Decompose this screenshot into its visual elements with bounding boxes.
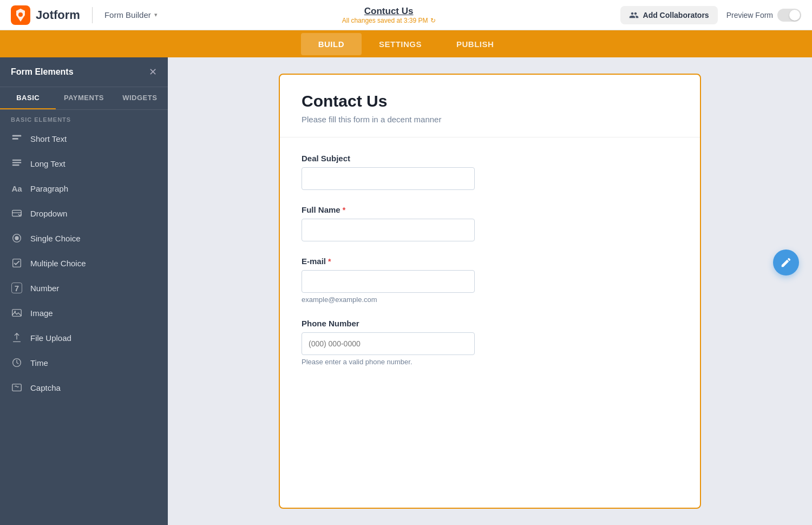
- form-builder-button[interactable]: Form Builder ▾: [104, 10, 158, 19]
- autosave-status: All changes saved at 3:39 PM ↻: [342, 17, 436, 24]
- logo-area: Jotform Form Builder ▾: [11, 5, 158, 25]
- field-label: Full Name *: [302, 205, 678, 214]
- tab-build[interactable]: BUILD: [301, 33, 362, 55]
- form-body: Deal Subject Full Name * E-mail: [280, 137, 700, 397]
- field-label: Deal Subject: [302, 154, 678, 163]
- svg-rect-6: [12, 165, 19, 166]
- field-label: Phone Number: [302, 319, 678, 328]
- paragraph-icon: Aa: [11, 182, 23, 194]
- element-label: Paragraph: [30, 184, 68, 193]
- dropdown-icon: [11, 207, 23, 219]
- svg-rect-4: [12, 160, 22, 161]
- svg-point-10: [15, 236, 18, 240]
- logo-text: Jotform: [36, 8, 80, 22]
- sidebar-scroll: BASIC ELEMENTS Short Text Long Text Aa: [0, 110, 168, 525]
- image-icon: [11, 307, 23, 319]
- element-long-text[interactable]: Long Text: [0, 151, 168, 176]
- header-center: Contuct Us All changes saved at 3:39 PM …: [158, 6, 620, 24]
- sidebar-tabs: BASIC PAYMENTS WIDGETS: [0, 87, 168, 110]
- svg-rect-12: [12, 310, 22, 317]
- elements-section-label: BASIC ELEMENTS: [0, 110, 168, 126]
- element-label: Image: [30, 309, 53, 318]
- tab-settings[interactable]: SETTINGS: [362, 33, 439, 55]
- form-card: Contact Us Please fill this form in a de…: [279, 74, 701, 509]
- element-label: Time: [30, 358, 48, 368]
- long-text-icon: [11, 158, 23, 169]
- element-dropdown[interactable]: Dropdown: [0, 201, 168, 226]
- pencil-icon: [780, 257, 792, 268]
- svg-rect-3: [12, 138, 18, 140]
- element-label: Number: [30, 284, 59, 293]
- collaborators-icon: [629, 10, 639, 20]
- field-email: E-mail * example@example.com: [302, 257, 678, 304]
- sidebar-tab-basic[interactable]: BASIC: [0, 87, 56, 109]
- tab-bar: BUILD SETTINGS PUBLISH: [0, 30, 812, 57]
- element-multiple-choice[interactable]: Multiple Choice: [0, 251, 168, 275]
- field-deal-subject: Deal Subject: [302, 154, 678, 190]
- preview-toggle-switch[interactable]: [777, 9, 801, 22]
- sidebar-header: Form Elements ✕: [0, 57, 168, 87]
- element-label: File Upload: [30, 333, 71, 343]
- phone-hint: Please enter a valid phone number.: [302, 358, 678, 366]
- element-label: Dropdown: [30, 209, 67, 218]
- add-collaborators-button[interactable]: Add Collaborators: [620, 6, 718, 24]
- jotform-logo-icon: [11, 5, 30, 25]
- sidebar-title: Form Elements: [11, 67, 74, 77]
- element-image[interactable]: Image: [0, 300, 168, 325]
- sidebar-tab-payments[interactable]: PAYMENTS: [56, 87, 112, 109]
- time-icon: [11, 357, 23, 369]
- email-hint: example@example.com: [302, 296, 678, 304]
- element-label: Long Text: [30, 159, 66, 168]
- tab-publish[interactable]: PUBLISH: [439, 33, 511, 55]
- element-label: Multiple Choice: [30, 259, 86, 268]
- content-area: Contact Us Please fill this form in a de…: [168, 57, 812, 525]
- number-icon: 7: [11, 282, 23, 294]
- element-captcha[interactable]: Captcha: [0, 375, 168, 400]
- form-main-title: Contact Us: [302, 92, 678, 110]
- element-short-text[interactable]: Short Text: [0, 126, 168, 151]
- short-text-icon: [11, 133, 23, 145]
- multiple-choice-icon: [11, 257, 23, 269]
- element-time[interactable]: Time: [0, 350, 168, 375]
- form-header-section: Contact Us Please fill this form in a de…: [280, 75, 700, 137]
- field-phone: Phone Number Please enter a valid phone …: [302, 319, 678, 366]
- sidebar: Form Elements ✕ BASIC PAYMENTS WIDGETS B…: [0, 57, 168, 525]
- full-name-input[interactable]: [302, 219, 475, 241]
- required-star: *: [343, 206, 345, 214]
- header-divider: [92, 7, 93, 23]
- refresh-icon: ↻: [430, 17, 436, 24]
- single-choice-icon: [11, 232, 23, 244]
- svg-rect-2: [12, 135, 22, 137]
- header: Jotform Form Builder ▾ Contuct Us All ch…: [0, 0, 812, 30]
- toggle-knob: [789, 10, 800, 21]
- svg-rect-15: [12, 384, 22, 391]
- header-right: Add Collaborators Preview Form: [620, 6, 801, 24]
- email-input[interactable]: [302, 270, 475, 293]
- element-file-upload[interactable]: File Upload: [0, 325, 168, 350]
- form-title-header[interactable]: Contuct Us: [364, 6, 414, 17]
- phone-input[interactable]: [302, 332, 475, 355]
- element-label: Captcha: [30, 383, 61, 392]
- element-label: Single Choice: [30, 234, 81, 243]
- required-star: *: [328, 257, 331, 266]
- form-subtitle: Please fill this form in a decent manner: [302, 115, 678, 124]
- svg-rect-5: [12, 162, 22, 163]
- tab-bar-center: BUILD SETTINGS PUBLISH: [301, 33, 512, 55]
- svg-point-1: [18, 12, 23, 17]
- field-label: E-mail *: [302, 257, 678, 266]
- element-single-choice[interactable]: Single Choice: [0, 226, 168, 251]
- deal-subject-input[interactable]: [302, 167, 475, 190]
- field-full-name: Full Name *: [302, 205, 678, 241]
- element-paragraph[interactable]: Aa Paragraph: [0, 176, 168, 201]
- close-icon[interactable]: ✕: [149, 66, 157, 78]
- file-upload-icon: [11, 332, 23, 344]
- captcha-icon: [11, 382, 23, 393]
- sidebar-tab-widgets[interactable]: WIDGETS: [112, 87, 168, 109]
- edit-fab[interactable]: [773, 250, 799, 275]
- preview-form-toggle[interactable]: Preview Form: [726, 9, 801, 22]
- element-label: Short Text: [30, 134, 67, 143]
- element-number[interactable]: 7 Number: [0, 275, 168, 300]
- main-layout: Form Elements ✕ BASIC PAYMENTS WIDGETS B…: [0, 57, 812, 525]
